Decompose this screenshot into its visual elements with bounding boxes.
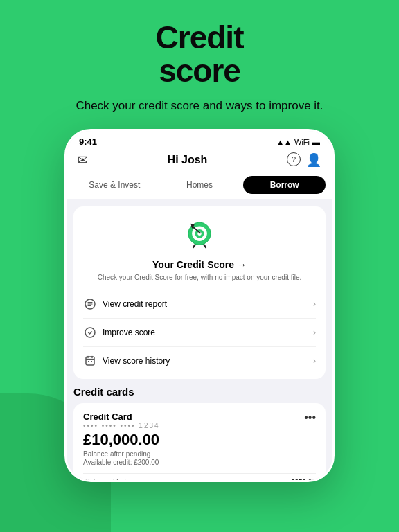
signal-icon: ▲▲ xyxy=(276,138,292,146)
credit-score-label[interactable]: Your Credit Score → xyxy=(83,259,316,270)
phone-body: Your Credit Score → Check your Credit Sc… xyxy=(66,200,332,482)
help-icon[interactable]: ? xyxy=(287,152,301,166)
menu-item-view-report[interactable]: View credit report › xyxy=(83,290,316,318)
hero-subtitle: Check your credit score and ways to impr… xyxy=(48,98,351,114)
chevron-right-icon: › xyxy=(313,299,316,309)
card-number: •••• •••• •••• 1234 xyxy=(83,422,160,429)
menu-item-score-history[interactable]: View score history › xyxy=(83,346,316,375)
page-content: Credit score Check your credit score and… xyxy=(0,0,399,482)
statement-balance-label: Statement balance: xyxy=(83,479,143,482)
profile-icon[interactable]: 👤 xyxy=(306,152,321,168)
card-available-credit: Available credit: £200.00 xyxy=(83,459,316,466)
improve-score-label: Improve score xyxy=(103,328,155,337)
view-report-label: View credit report xyxy=(103,299,167,309)
credit-cards-title: Credit cards xyxy=(73,386,326,398)
status-time: 9:41 xyxy=(79,136,97,147)
card-name: Credit Card xyxy=(83,411,160,422)
card-options-button[interactable]: ••• xyxy=(304,411,316,424)
improve-icon xyxy=(83,326,97,339)
tabs-bar: Save & Invest Homes Borrow xyxy=(66,173,332,200)
mail-icon[interactable]: ✉ xyxy=(78,152,88,168)
score-history-label: View score history xyxy=(103,356,170,366)
status-bar: 9:41 ▲▲ WiFi ▬ xyxy=(66,131,332,150)
svg-rect-15 xyxy=(91,361,92,362)
svg-rect-14 xyxy=(88,361,89,362)
credit-score-description: Check your Credit Score for free, with n… xyxy=(83,273,316,283)
header-right: ? 👤 xyxy=(287,152,321,168)
card-details-table: Statement balance: £250.00 Minimum payme… xyxy=(83,473,316,482)
target-icon xyxy=(181,216,218,254)
tab-homes[interactable]: Homes xyxy=(159,176,241,194)
tab-save-invest[interactable]: Save & Invest xyxy=(73,176,156,194)
battery-icon: ▬ xyxy=(312,138,320,146)
menu-item-improve-score[interactable]: Improve score › xyxy=(83,318,316,346)
card-balance-label: Balance after pending xyxy=(83,450,316,458)
credit-card-item: Credit Card •••• •••• •••• 1234 ••• £10,… xyxy=(73,403,326,482)
svg-point-9 xyxy=(85,328,95,337)
credit-cards-section: Credit cards Credit Card •••• •••• •••• … xyxy=(73,386,326,482)
greeting: Hi Josh xyxy=(168,154,208,166)
card-balance: £10,000.00 xyxy=(83,431,316,449)
report-icon xyxy=(83,297,97,311)
chevron-right-icon: › xyxy=(313,356,316,366)
phone-mockup: 9:41 ▲▲ WiFi ▬ ✉ Hi Josh ? 👤 Save & Inve… xyxy=(64,129,335,482)
wifi-icon: WiFi xyxy=(294,138,310,146)
credit-score-icon-wrap xyxy=(83,216,316,254)
svg-rect-10 xyxy=(86,357,94,365)
chevron-right-icon: › xyxy=(313,328,316,337)
phone-header: ✉ Hi Josh ? 👤 xyxy=(66,150,332,173)
history-icon xyxy=(83,354,97,368)
hero-title: Credit score xyxy=(156,21,244,88)
card-header: Credit Card •••• •••• •••• 1234 ••• xyxy=(83,411,316,429)
statement-balance-value: £250.00 xyxy=(291,479,316,482)
credit-score-card: Your Credit Score → Check your Credit Sc… xyxy=(73,206,326,379)
tab-borrow[interactable]: Borrow xyxy=(243,176,326,194)
status-icons: ▲▲ WiFi ▬ xyxy=(276,138,320,146)
statement-balance-row: Statement balance: £250.00 xyxy=(83,474,316,482)
